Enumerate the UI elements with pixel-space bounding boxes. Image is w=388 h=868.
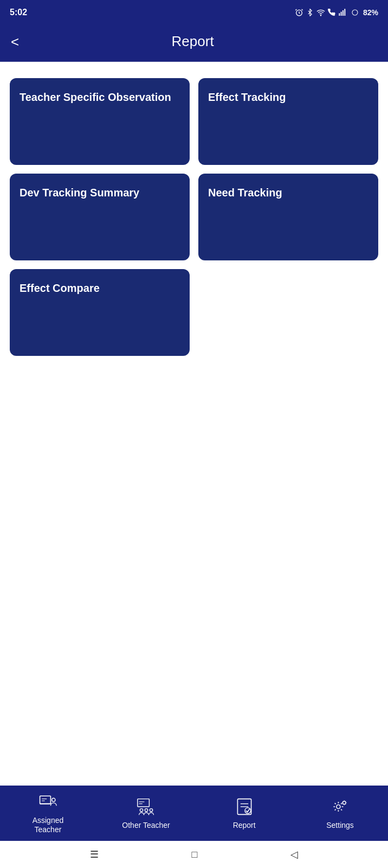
android-home-button[interactable]: □ — [192, 849, 198, 860]
status-icons: 82% — [295, 8, 378, 17]
teacher-specific-observation-card[interactable]: Teacher Specific Observation — [10, 78, 190, 165]
svg-point-22 — [336, 805, 340, 808]
android-menu-button[interactable]: ☰ — [90, 848, 99, 860]
battery-percent: 82% — [363, 8, 378, 17]
other-teacher-label: Other Teacher — [122, 821, 170, 830]
status-bar: 5:02 — [0, 0, 388, 24]
app-header: < Report — [0, 24, 388, 62]
svg-point-9 — [52, 799, 55, 802]
bottom-nav: AssignedTeacher Other Teacher — [0, 786, 388, 841]
alarm-icon — [295, 8, 303, 17]
call-icon — [328, 9, 335, 16]
nav-report[interactable]: Report — [223, 796, 266, 830]
svg-point-6 — [352, 10, 358, 15]
battery-icon — [350, 8, 360, 17]
svg-rect-3 — [341, 12, 342, 16]
nav-settings[interactable]: Settings — [319, 796, 362, 830]
svg-point-17 — [150, 808, 152, 811]
svg-rect-5 — [344, 9, 345, 16]
settings-icon — [329, 796, 351, 818]
svg-point-16 — [145, 808, 147, 811]
android-nav-bar: ☰ □ ◁ — [0, 841, 388, 868]
nav-assigned-teacher[interactable]: AssignedTeacher — [26, 791, 69, 834]
nav-other-teacher[interactable]: Other Teacher — [122, 796, 170, 830]
back-button[interactable]: < — [11, 35, 19, 49]
report-label: Report — [233, 821, 256, 830]
svg-rect-7 — [40, 796, 51, 804]
report-icon — [234, 796, 255, 818]
settings-label: Settings — [326, 821, 354, 830]
assigned-teacher-icon — [37, 791, 59, 813]
svg-point-21 — [245, 808, 251, 814]
wifi-icon — [316, 8, 325, 17]
bluetooth-icon — [306, 9, 314, 16]
other-teacher-icon — [135, 796, 157, 818]
dev-tracking-summary-card[interactable]: Dev Tracking Summary — [10, 174, 190, 260]
android-back-button[interactable]: ◁ — [290, 848, 298, 860]
status-time: 5:02 — [10, 8, 27, 17]
svg-rect-12 — [137, 799, 149, 806]
cards-grid: Teacher Specific Observation Effect Trac… — [10, 78, 378, 356]
effect-compare-card[interactable]: Effect Compare — [10, 269, 190, 356]
signal-icon — [338, 8, 347, 17]
need-tracking-card[interactable]: Need Tracking — [198, 174, 378, 260]
svg-rect-4 — [342, 10, 344, 16]
main-content: Teacher Specific Observation Effect Trac… — [0, 62, 388, 786]
svg-point-1 — [320, 15, 321, 16]
svg-point-15 — [140, 808, 143, 811]
assigned-teacher-label: AssignedTeacher — [33, 816, 64, 834]
svg-rect-2 — [339, 13, 340, 16]
effect-tracking-card[interactable]: Effect Tracking — [198, 78, 378, 165]
page-title: Report — [24, 33, 361, 50]
